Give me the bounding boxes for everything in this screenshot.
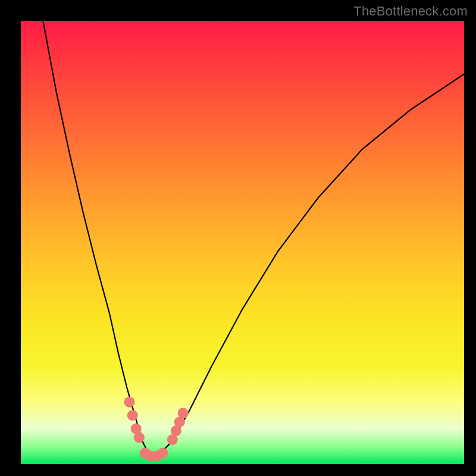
bottleneck-curve bbox=[43, 21, 464, 455]
data-marker bbox=[124, 397, 135, 408]
data-marker bbox=[178, 408, 189, 418]
plot-area bbox=[21, 21, 464, 464]
data-marker bbox=[134, 432, 145, 443]
curve-svg bbox=[21, 21, 464, 464]
marker-group bbox=[124, 397, 189, 462]
chart-frame: TheBottleneck.com bbox=[0, 0, 476, 476]
watermark-text: TheBottleneck.com bbox=[353, 4, 468, 19]
data-marker bbox=[157, 447, 168, 458]
data-marker bbox=[127, 410, 138, 421]
